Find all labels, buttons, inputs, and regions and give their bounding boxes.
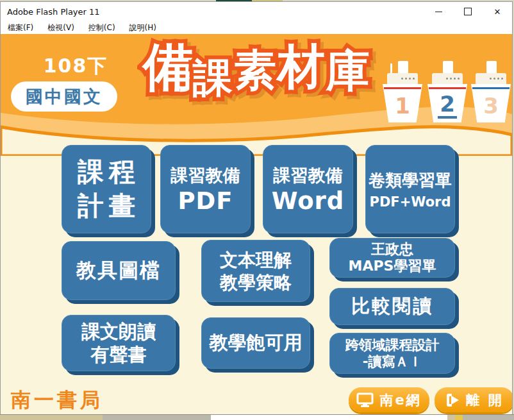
title-char: 備備 (143, 40, 194, 94)
menu-bar: 檔案(F) 檢視(V) 控制(C) 說明(H) (1, 21, 512, 34)
ship-cabin-icon (476, 73, 506, 84)
tile-teaching-extras[interactable]: 教學飽可用 (201, 317, 310, 369)
ship-funnel-icon (443, 61, 453, 74)
exit-label: 離 開 (466, 391, 503, 409)
ship-funnel-icon (486, 61, 497, 74)
page-number-1: 1 (395, 93, 410, 119)
title-char: 課課 (193, 57, 233, 99)
subject-badge: 國中國文 (11, 81, 117, 112)
page-ship-3[interactable]: 3 (471, 61, 511, 156)
menu-view[interactable]: 檢視(V) (40, 22, 81, 33)
ship-cabin-icon (432, 73, 463, 84)
ship-hull-icon: 1 (383, 84, 422, 122)
ship-cabin-icon (387, 73, 418, 84)
tile-text-audio-book[interactable]: 課文朗讀 有聲書 (62, 315, 176, 371)
minimize-button[interactable] (424, 2, 453, 21)
tile-workbook-pdf[interactable]: 課習教備 PDF (160, 145, 251, 233)
flash-content: 108下 國中國文 備備 課課 素素 材材 庫庫 1 2 (1, 34, 512, 415)
semester-label: 108下 (34, 53, 117, 80)
logout-icon (445, 392, 460, 408)
ship-mast (390, 63, 392, 74)
monitor-icon (356, 392, 374, 408)
nane-net-label: 南e網 (379, 391, 421, 409)
ship-funnel-icon (398, 61, 408, 74)
tile-comparative-reading[interactable]: 比較閱讀 (329, 288, 455, 325)
menu-file[interactable]: 檔案(F) (1, 22, 40, 33)
publisher-logo: 南一書局 (11, 387, 103, 414)
maximize-icon (464, 8, 472, 15)
minimize-icon (435, 12, 442, 12)
tile-text-comprehension-strategy[interactable]: 文本理解 教學策略 (201, 240, 310, 302)
tile-workbook-word[interactable]: 課習教備 Word (263, 145, 353, 233)
tile-course-plan[interactable]: 課程 計畫 (62, 145, 151, 233)
menu-help[interactable]: 說明(H) (122, 22, 163, 33)
window-title: Adobe Flash Player 11 (1, 7, 424, 17)
page-ship-2-active[interactable]: 2 (427, 61, 467, 156)
close-button[interactable]: ✕ (483, 2, 512, 21)
page-ship-1[interactable]: 1 (383, 61, 422, 156)
tile-teaching-aids[interactable]: 教具圖檔 (62, 241, 176, 300)
tile-maps-worksheet[interactable]: 王政忠 MAPS學習單 (329, 238, 455, 278)
title-char: 庫庫 (326, 48, 370, 94)
ship-hull-icon: 3 (471, 84, 511, 122)
window-controls: ✕ (424, 2, 512, 21)
title-bar: Adobe Flash Player 11 ✕ (1, 2, 512, 21)
nane-net-button[interactable]: 南e網 (349, 387, 429, 412)
flash-player-window: Adobe Flash Player 11 ✕ 檔案(F) 檢視(V) 控制(C… (0, 1, 513, 416)
tile-worksheets-pdf-word[interactable]: 卷類學習單 PDF+Word (365, 145, 455, 233)
page-number-2: 2 (438, 93, 457, 119)
ship-hull-icon: 2 (427, 84, 467, 122)
tile-cross-domain-ai[interactable]: 跨領域課程設計 -讀寫ＡＩ (329, 333, 455, 374)
maximize-button[interactable] (453, 2, 483, 21)
title-char: 材材 (278, 42, 325, 92)
exit-button[interactable]: 離 開 (435, 387, 512, 412)
title-char: 素素 (234, 48, 276, 92)
page-number-3: 3 (483, 93, 499, 119)
background-window-sliver (0, 414, 514, 420)
close-icon: ✕ (494, 8, 501, 16)
menu-control[interactable]: 控制(C) (81, 22, 122, 33)
app-title: 備備 課課 素素 材材 庫庫 (143, 40, 370, 99)
